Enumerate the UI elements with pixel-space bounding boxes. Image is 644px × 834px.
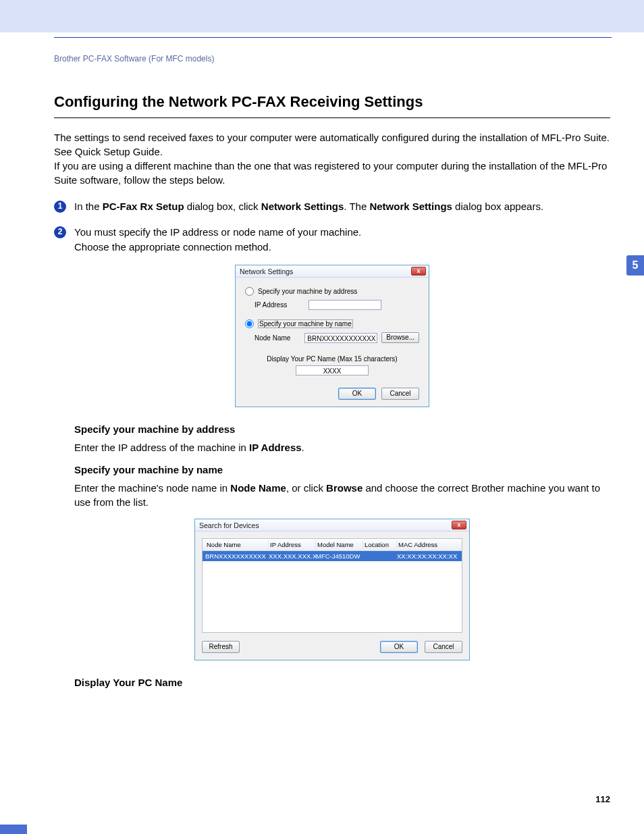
step-1: 1 In the PC-Fax Rx Setup dialog box, cli… <box>54 199 610 214</box>
browse-button[interactable]: Browse... <box>381 332 419 343</box>
radio-by-name[interactable]: Specify your machine by name <box>245 319 419 328</box>
page-number: 112 <box>595 794 610 804</box>
close-icon[interactable]: x <box>452 521 466 529</box>
t: In the <box>74 201 103 212</box>
network-settings-dialog: Network Settings x Specify your machine … <box>235 265 429 407</box>
section-name-heading: Specify your machine by name <box>74 464 610 475</box>
section-address-text: Enter the IP address of the machine in I… <box>74 440 610 454</box>
device-list[interactable]: Node Name IP Address Model Name Location… <box>202 538 462 633</box>
t: Enter the machine's node name in <box>74 482 230 494</box>
t: Choose the appropriate connection method… <box>74 241 271 253</box>
radio-by-address[interactable]: Specify your machine by address <box>245 287 419 296</box>
top-band <box>0 0 644 32</box>
t: dialog box appears. <box>452 201 543 212</box>
col-location: Location <box>363 540 397 549</box>
step-2-text: You must specify the IP address or node … <box>74 225 361 255</box>
corner-accent <box>0 825 27 834</box>
section-pcname-heading: Display Your PC Name <box>74 677 610 688</box>
col-model-name: Model Name <box>316 540 363 549</box>
cell-location <box>363 552 397 560</box>
cell-node-name: BRNXXXXXXXXXXX <box>205 552 269 560</box>
cancel-button[interactable]: Cancel <box>381 388 419 400</box>
t: Enter the IP address of the machine in <box>74 442 249 453</box>
t: Network Settings <box>369 201 452 212</box>
list-header: Node Name IP Address Model Name Location… <box>203 539 462 551</box>
ok-button[interactable]: OK <box>338 388 376 400</box>
list-item[interactable]: BRNXXXXXXXXXXX XXX.XXX.XXX.X MFC-J4510DW… <box>203 551 462 561</box>
t: , or click <box>286 482 326 494</box>
t: . The <box>344 201 369 212</box>
ok-button[interactable]: OK <box>380 641 418 653</box>
t: You must specify the IP address or node … <box>74 226 361 238</box>
t: PC-Fax Rx Setup <box>103 201 184 212</box>
cell-ip-address: XXX.XXX.XXX.X <box>269 552 316 560</box>
t: IP Address <box>249 442 302 453</box>
step-bullet-2: 2 <box>54 226 66 238</box>
step-bullet-1: 1 <box>54 201 66 213</box>
cancel-button[interactable]: Cancel <box>425 641 462 653</box>
breadcrumb: Brother PC-FAX Software (For MFC models) <box>54 54 610 63</box>
refresh-button[interactable]: Refresh <box>202 641 240 653</box>
ip-address-label: IP Address <box>254 301 308 309</box>
dialog2-title: Search for Devices <box>199 521 259 529</box>
intro-p2: If you are using a different machine tha… <box>54 160 607 186</box>
page-title: Configuring the Network PC-FAX Receiving… <box>54 93 610 111</box>
section-address-heading: Specify your machine by address <box>74 423 610 435</box>
ip-address-input[interactable] <box>308 300 381 310</box>
pc-name-input[interactable]: XXXX <box>296 365 369 375</box>
radio-name-label: Specify your machine by name <box>258 319 353 328</box>
node-name-input[interactable]: BRNXXXXXXXXXXXX <box>304 333 377 343</box>
t: dialog box, click <box>184 201 261 212</box>
dialog2-titlebar: Search for Devices x <box>195 519 469 531</box>
radio-address-input[interactable] <box>245 287 254 296</box>
col-ip-address: IP Address <box>269 540 316 549</box>
radio-name-input[interactable] <box>245 319 254 328</box>
cell-model-name: MFC-J4510DW <box>316 552 363 560</box>
close-icon[interactable]: x <box>411 267 426 276</box>
radio-address-label: Specify your machine by address <box>258 288 357 295</box>
title-rule <box>54 118 610 118</box>
chapter-tab: 5 <box>626 255 644 276</box>
cell-mac-address: XX:XX:XX:XX:XX:XX <box>397 552 459 560</box>
pc-name-label: Display Your PC Name (Max 15 characters) <box>267 355 397 363</box>
node-name-label: Node Name <box>254 334 304 342</box>
section-name-text: Enter the machine's node name in Node Na… <box>74 481 610 509</box>
dialog-titlebar: Network Settings x <box>236 265 429 278</box>
step-2: 2 You must specify the IP address or nod… <box>54 225 610 255</box>
t: Node Name <box>230 482 286 494</box>
top-rule <box>54 37 612 38</box>
step-1-text: In the PC-Fax Rx Setup dialog box, click… <box>74 199 543 214</box>
t: Browse <box>326 482 363 494</box>
col-mac-address: MAC Address <box>397 540 459 549</box>
intro-text: The settings to send received faxes to y… <box>54 130 610 187</box>
t: Network Settings <box>261 201 344 212</box>
t: . <box>302 442 304 453</box>
col-node-name: Node Name <box>205 540 269 549</box>
search-devices-dialog: Search for Devices x Node Name IP Addres… <box>194 519 470 660</box>
intro-p1: The settings to send received faxes to y… <box>54 132 610 157</box>
dialog-title: Network Settings <box>240 267 293 276</box>
